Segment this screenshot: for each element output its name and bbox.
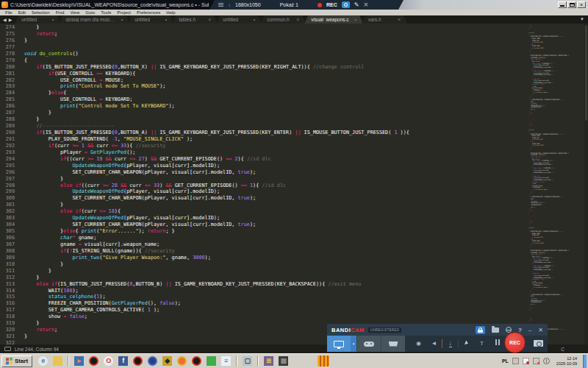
screen-recording-mode-button[interactable] [327, 336, 351, 352]
taskbar-icon-winrar[interactable]: ≣ [264, 356, 273, 366]
code-line[interactable]: 280 if(IS_BUTTON_JUST_PRESSED(0,BUTTON_X… [0, 64, 528, 71]
code-line[interactable]: 297 } [0, 176, 528, 183]
code-line[interactable]: 310 } [0, 261, 528, 268]
menu-item-selection[interactable]: Selection [29, 10, 53, 15]
code-area[interactable]: 274 }275 return;276}277 278void do_contr… [0, 24, 528, 344]
tab-close-icon[interactable]: × [392, 15, 401, 24]
rec-button[interactable]: REC [504, 332, 526, 353]
tray-folder-icon[interactable] [512, 358, 519, 364]
code-line[interactable]: 284 }else{ [0, 90, 528, 96]
pause-icon[interactable] [490, 336, 505, 352]
bandicam-minimize-icon[interactable]: – [528, 327, 531, 333]
microphone-icon[interactable]: ↓ [442, 336, 458, 352]
tab-untitled[interactable]: untitled• [128, 15, 173, 24]
taskbar-icon-media-player[interactable]: ▸ [74, 356, 84, 366]
code-line[interactable]: 306 char* gname; [0, 235, 528, 241]
taskbar-icon-blue-disc-app[interactable] [148, 356, 157, 366]
tab-visual-weapons-c[interactable]: visual_weapons.c• [304, 15, 363, 24]
code-line[interactable]: 289 //------------------------ [0, 123, 528, 130]
menu-item-help[interactable]: Help [163, 10, 178, 15]
menu-item-project[interactable]: Project [114, 10, 134, 15]
code-line[interactable]: 316 FREEZE_CHAR_POSITION(GetPlayerPed(),… [0, 300, 528, 307]
code-line[interactable]: 294 if((curr >= 19 && curr <= 27) && GET… [0, 156, 528, 163]
code-line[interactable]: 312 } [0, 275, 528, 281]
code-line[interactable]: 313 else if(IS_BUTTON_JUST_PRESSED(0,BUT… [0, 281, 528, 288]
minimap[interactable]: } return;} void do_controls(){ if(IS_BUT… [528, 24, 584, 344]
code-line[interactable]: 304 SET_CURRENT_CHAR_WEAPON(pPlayer, vis… [0, 222, 528, 228]
code-line[interactable]: 274 } [0, 24, 528, 31]
code-line[interactable]: 295 UpdateWeaponOfPed(pPlayer, visual[cu… [0, 163, 528, 169]
code-line[interactable]: 300 SET_CURRENT_CHAR_WEAPON(pPlayer, vis… [0, 195, 528, 202]
tab-common-h[interactable]: common.h× [260, 15, 306, 24]
tab-close-icon[interactable]: × [290, 15, 299, 24]
taskbar-icon-firefox[interactable] [177, 356, 187, 366]
close-button[interactable]: × [577, 1, 586, 8]
code-line[interactable]: 299 UpdateWeaponOfPed(pPlayer, visual[cu… [0, 188, 528, 195]
overlay-pencil-icon[interactable]: ✎ [354, 1, 359, 8]
tab-tables-h[interactable]: tables.h× [172, 15, 218, 24]
taskbar-icon-red-disc-app-1[interactable] [89, 356, 98, 366]
vertical-scrollbar[interactable] [584, 24, 588, 344]
taskbar-running-app-winamp[interactable] [318, 355, 329, 367]
taskbar-icon-red-disc-app-2[interactable] [133, 356, 143, 366]
code-line[interactable]: 293 pPlayer = GetPlayerPed(); [0, 149, 528, 156]
folder-icon[interactable] [492, 328, 499, 333]
code-line[interactable]: 278void do_controls() [0, 51, 528, 57]
code-line[interactable]: 285 USE_CONTROLL = KEYBOARD; [0, 96, 528, 103]
mouse-cursor-icon[interactable] [459, 336, 474, 352]
overlay-close-icon[interactable]: ✕ [363, 1, 368, 8]
code-line[interactable]: 307 gname = visual[curr].weapon_name; [0, 241, 528, 248]
code-line[interactable]: 317 SET_GAME_CAMERA_CONTROLS_ACTIVE( 1 )… [0, 307, 528, 314]
menu-item-preferences[interactable]: Preferences [134, 10, 163, 15]
taskbar-icon-file-explorer-folder[interactable] [53, 356, 62, 366]
dirty-dot-icon[interactable]: • [349, 15, 356, 24]
device-recording-mode-button[interactable] [381, 336, 405, 352]
taskbar-icon-opera[interactable]: O [104, 356, 113, 366]
tab-untitled[interactable]: untitled• [15, 15, 60, 24]
tab-overflow-icon[interactable]: ▼ [576, 15, 588, 24]
language-indicator[interactable]: PL [502, 358, 509, 364]
screenshot-camera-icon[interactable] [534, 340, 543, 347]
code-line[interactable]: 309 print_two("Give Player Weapon:", gna… [0, 255, 528, 261]
tray-clock[interactable]: 12:14 2025-10-09 [553, 356, 577, 366]
menu-item-tools[interactable]: Tools [98, 10, 114, 15]
tray-device-disabled-icon[interactable] [533, 358, 539, 364]
overlay-download-icon[interactable]: ↓ [228, 0, 231, 10]
menu-item-goto[interactable]: Goto [82, 10, 98, 15]
game-recording-mode-button[interactable] [356, 336, 381, 352]
code-line[interactable]: 318 show = false; [0, 314, 528, 320]
start-button[interactable]: Start [1, 355, 32, 367]
code-line[interactable]: 290 if(IS_BUTTON_JUST_PRESSED(0,BUTTON_A… [0, 130, 528, 136]
code-line[interactable]: 286 print("Control mode Set To KEYBOARD"… [0, 103, 528, 110]
taskbar-icon-dark-app[interactable]: ▦ [279, 356, 288, 366]
taskbar-icon-window-app[interactable]: ▢ [243, 356, 252, 366]
tray-volume-icon[interactable] [543, 358, 550, 364]
syntax-label[interactable]: C [561, 347, 564, 352]
speaker-icon[interactable]: ◄ [426, 336, 442, 352]
tab-vars-h[interactable]: vars.h× [362, 15, 407, 24]
tab-scroll-right-icon[interactable]: ▶ [9, 17, 12, 22]
code-line[interactable]: 314 WAIT(100); [0, 288, 528, 294]
text-overlay-icon[interactable]: T [474, 336, 490, 352]
code-line[interactable]: 279{ [0, 57, 528, 64]
code-line[interactable]: 298 else if((curr >= 28 && curr <= 33) &… [0, 183, 528, 189]
code-line[interactable]: 275 return; [0, 31, 528, 38]
tab-dzisiaj-mam-dla-moich-fan-w[interactable]: dzisiaj mam dla moich fanów• [59, 15, 129, 24]
dirty-dot-icon[interactable]: • [115, 15, 123, 24]
globe-icon[interactable] [506, 327, 512, 333]
mode-dropdown-caret[interactable]: ▾ [351, 336, 356, 352]
menu-item-find[interactable]: Find [53, 10, 68, 15]
dirty-dot-icon[interactable]: • [248, 15, 255, 24]
code-line[interactable]: 292 if(curr >= 1 && curr <= 33){ //secur… [0, 143, 528, 149]
code-line[interactable]: 303 UpdateWeaponOfPed(pPlayer, visual[cu… [0, 215, 528, 222]
bandicam-close-icon[interactable]: ✕ [538, 327, 543, 333]
code-line[interactable]: 282 USE_CONTROLL = MOUSE; [0, 77, 528, 84]
code-line[interactable]: 283 print("Control mode Set To MOUSE"); [0, 83, 528, 90]
overlay-menu-icon[interactable] [218, 2, 223, 7]
taskbar-icon-red-disc-app-3[interactable] [192, 356, 201, 366]
taskbar-icon-internet-explorer[interactable]: e [38, 356, 48, 366]
tab-scroll-left-icon[interactable]: ◀ [3, 17, 7, 22]
code-line[interactable]: 276} [0, 38, 528, 44]
overlay-camera-icon[interactable] [342, 1, 350, 8]
webcam-icon[interactable]: ◉ [411, 336, 426, 352]
